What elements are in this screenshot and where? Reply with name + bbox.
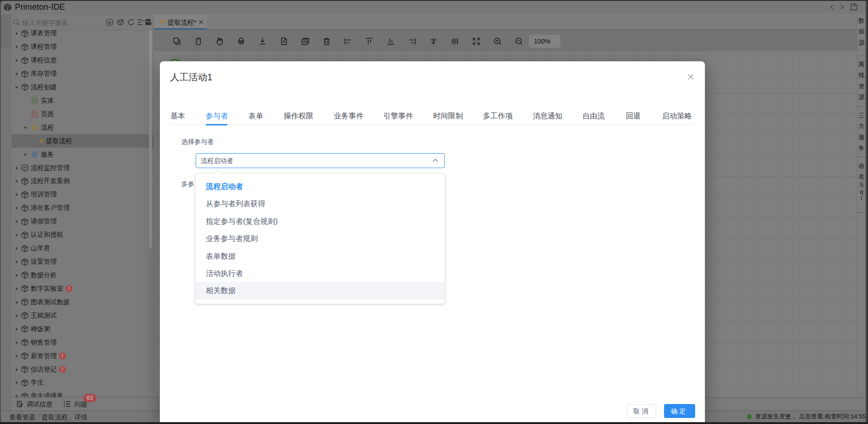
svg-text:AI: AI [108, 21, 112, 24]
